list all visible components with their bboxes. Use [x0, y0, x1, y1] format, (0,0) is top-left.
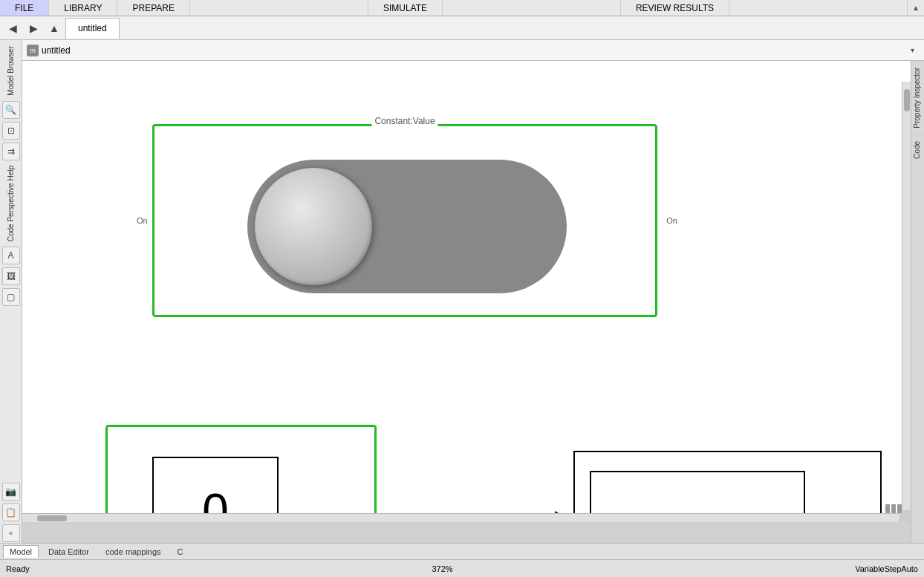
zoom-in-button[interactable]: 🔍 [2, 101, 20, 119]
arrows-button[interactable]: ⇉ [2, 143, 20, 160]
up-button[interactable]: ▲ [45, 19, 64, 37]
address-dropdown-button[interactable]: ▾ [905, 43, 920, 58]
status-mode: VariableStepAuto [855, 564, 918, 573]
image-button[interactable]: 🖼 [2, 267, 20, 285]
bottom-tab-model[interactable]: Model [3, 545, 39, 558]
forward-button[interactable]: ▶ [24, 19, 43, 37]
toggle-switch[interactable] [247, 160, 567, 293]
vertical-scrollbar[interactable] [902, 82, 911, 513]
status-ready: Ready [6, 564, 30, 573]
toggle-switch-block[interactable]: Constant:Value On On [152, 124, 657, 317]
menu-file[interactable]: FILE [0, 0, 49, 16]
screenshot-button[interactable]: 📷 [2, 483, 20, 501]
collapse-left-button[interactable]: « [2, 524, 20, 542]
property-inspector-tab[interactable]: Property Inspector [911, 61, 924, 134]
scroll-indicator-1 [885, 504, 890, 513]
toggle-knob [255, 168, 372, 285]
canvas-area[interactable]: Constant:Value On On 0 [22, 61, 911, 522]
address-path: untitled [42, 45, 905, 56]
toggle-switch-container [199, 149, 615, 304]
right-panel: Property Inspector Code [911, 61, 924, 543]
scroll-indicator-3 [897, 504, 902, 513]
bottom-tab-c[interactable]: C [171, 545, 190, 558]
text-button[interactable]: A [2, 247, 20, 264]
left-sidebar: Model Browser 🔍 ⊡ ⇉ Code Perspective Hel… [0, 40, 22, 543]
menu-library[interactable]: LIBRARY [49, 0, 117, 16]
scroll-indicator-2 [891, 504, 896, 513]
menu-prepare[interactable]: PREPARE [117, 0, 189, 16]
model-icon: m [27, 45, 39, 56]
scroll-indicators [885, 504, 902, 513]
constant-block[interactable]: 0 [105, 425, 377, 522]
horizontal-scrollbar[interactable] [22, 513, 899, 522]
menu-bar: FILE LIBRARY PREPARE SIMULATE REVIEW RES… [0, 0, 924, 16]
back-button[interactable]: ◀ [3, 19, 22, 37]
sidebar-label-code-perspective[interactable]: Code Perspective Help [7, 163, 15, 244]
address-bar: m untitled ▾ [22, 40, 924, 61]
bottom-tab-code-mappings[interactable]: code mappings [99, 545, 168, 558]
bottom-tabs: Model Data Editor code mappings C [0, 543, 924, 559]
info-button[interactable]: 📋 [2, 503, 20, 521]
toggle-port-left: On [137, 216, 148, 225]
model-tab[interactable]: untitled [65, 18, 120, 39]
toggle-port-right: On [666, 216, 677, 225]
vertical-scroll-thumb[interactable] [904, 89, 910, 111]
toggle-block-label: Constant:Value [371, 116, 437, 126]
status-bar: Ready 372% VariableStepAuto [0, 559, 924, 577]
toolbar: ◀ ▶ ▲ untitled [0, 16, 924, 40]
sidebar-label-model-browser[interactable]: Model Browser [7, 43, 15, 99]
menu-collapse-button[interactable]: ▲ [908, 0, 924, 16]
fit-button[interactable]: ⊡ [2, 122, 20, 140]
block-button[interactable]: ▢ [2, 288, 20, 306]
horizontal-scroll-thumb[interactable] [37, 515, 67, 521]
menu-review-results[interactable]: REVIEW RESULTS [621, 0, 729, 16]
bottom-tab-data-editor[interactable]: Data Editor [42, 545, 96, 558]
menu-simulate[interactable]: SIMULATE [368, 0, 443, 16]
code-tab[interactable]: Code [911, 134, 924, 165]
display-block[interactable] [573, 451, 882, 522]
status-zoom: 372% [30, 564, 855, 573]
constant-value: 0 [152, 457, 279, 522]
